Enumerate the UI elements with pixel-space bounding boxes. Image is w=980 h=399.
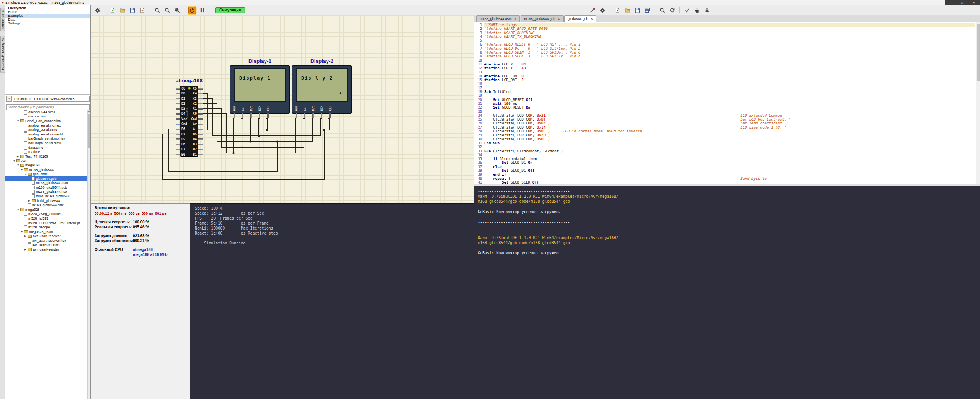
expanded-arrow-icon[interactable]: ▼ — [13, 160, 16, 162]
tree-item[interactable]: ▶avr_usart-receiver — [5, 234, 87, 239]
tree-item[interactable]: m168_glcd8544.hex — [5, 190, 87, 194]
tree-item[interactable]: analog_serial.ino.hex — [5, 123, 87, 128]
zoom-in-icon[interactable] — [154, 7, 161, 14]
chip-pin[interactable] — [198, 124, 203, 125]
lcd-display-1[interactable]: Display-1 Display 1 RSTCSD/CDINCLK — [230, 65, 290, 114]
tree-item[interactable]: barGraph_serial.ino.hex — [5, 137, 87, 141]
chip-pin[interactable] — [198, 113, 203, 115]
tab-components[interactable]: Компоненты — [0, 8, 5, 31]
expanded-arrow-icon[interactable]: ▼ — [17, 208, 20, 211]
chip-pin[interactable] — [198, 144, 203, 145]
chip-pin[interactable] — [176, 138, 180, 140]
open-circuit-icon[interactable] — [119, 7, 126, 14]
tree-item[interactable]: analog_serial.simu-old — [5, 132, 87, 137]
collapsed-arrow-icon[interactable]: ▶ — [28, 199, 32, 202]
chip-pin[interactable] — [198, 88, 203, 90]
save-file-icon[interactable] — [634, 7, 641, 14]
tree-item[interactable]: oscope_ino — [5, 114, 87, 119]
code-editor[interactable]: 1234567891011121314151617181920212223242… — [474, 22, 980, 184]
collapsed-arrow-icon[interactable]: ▶ — [17, 155, 20, 158]
tree-item[interactable]: m328_7Seg_Counter — [5, 212, 87, 217]
tree-item[interactable]: ▶avr_usart-sender — [5, 247, 87, 252]
collapsed-arrow-icon[interactable]: ▶ — [24, 248, 28, 251]
filesystem-item-settings[interactable]: Settings — [5, 21, 90, 25]
new-file-icon[interactable] — [614, 7, 621, 14]
editor-scrollbar[interactable] — [976, 22, 980, 184]
collapsed-arrow-icon[interactable]: ▶ — [24, 235, 28, 238]
tree-scrollbar[interactable]: ▲ — [87, 110, 90, 399]
expanded-arrow-icon[interactable]: ▼ — [17, 119, 20, 122]
display-pin[interactable] — [242, 113, 243, 118]
tree-item[interactable]: glcd8544.gcb — [5, 176, 87, 181]
display-pin[interactable] — [321, 113, 322, 118]
tree-item[interactable]: m328_LED_PWM_Tim2_Interrupt — [5, 221, 87, 225]
display-pin[interactable] — [259, 113, 260, 118]
tree-item[interactable]: m168_glcd8544.gcb — [5, 185, 87, 190]
reload-icon[interactable] — [668, 7, 676, 14]
tree-item[interactable]: ▼Avr — [5, 159, 87, 163]
tree-item[interactable]: ▼gcb_code — [5, 172, 87, 176]
chip-pin[interactable] — [198, 108, 203, 110]
tree-item[interactable]: avr_usart-receiver.hex — [5, 238, 87, 243]
settings-icon[interactable] — [599, 7, 606, 14]
tree-item[interactable]: m328_hc595 — [5, 216, 87, 221]
tree-item[interactable]: data.simu — [5, 145, 87, 150]
chip-pin[interactable] — [176, 113, 180, 115]
chip-pin[interactable] — [198, 149, 203, 150]
chip-pin[interactable] — [176, 134, 180, 135]
tree-item[interactable]: m328_oscope — [5, 225, 87, 230]
editor-scrollbar-thumb[interactable] — [977, 24, 980, 81]
chip-pin[interactable] — [176, 88, 180, 90]
chip-pin[interactable] — [176, 149, 180, 150]
find-icon[interactable] — [658, 7, 666, 14]
tree-item[interactable]: m168_glcd8544.asm — [5, 181, 87, 186]
tab-file-explorer[interactable]: Файловый проводник — [0, 36, 5, 73]
pause-button[interactable] — [198, 7, 206, 14]
display-pin[interactable] — [267, 113, 269, 118]
chip-pin[interactable] — [198, 103, 203, 104]
power-button[interactable] — [188, 7, 196, 14]
display-pin[interactable] — [296, 113, 297, 118]
tree-item[interactable]: analog_serial.simu — [5, 127, 87, 132]
chip-pin[interactable] — [176, 129, 180, 130]
chip-pin[interactable] — [176, 154, 180, 155]
editor-tab-m168_glcd8544.asm[interactable]: m168_glcd8544.asm✕ — [476, 15, 520, 22]
zoom-out-icon[interactable] — [163, 7, 171, 14]
chip-pin[interactable] — [198, 129, 203, 130]
debug-icon[interactable] — [703, 7, 711, 14]
filesystem-item-data[interactable]: Data — [5, 18, 90, 21]
circuit-canvas[interactable]: atmega168 C6D0D1D2D3D4VccGndB6B7D5D6D7B0… — [91, 15, 474, 203]
chip-pin[interactable] — [198, 118, 203, 120]
minimize-button[interactable]: ─ — [949, 1, 952, 5]
chip-pin[interactable] — [198, 154, 203, 155]
chip-pin[interactable] — [176, 144, 180, 145]
scroll-up-icon[interactable]: ▲ — [88, 110, 90, 113]
chip-pin[interactable] — [198, 138, 203, 140]
expanded-arrow-icon[interactable]: ▼ — [21, 230, 24, 233]
tab-close-icon[interactable]: ✕ — [557, 17, 560, 21]
zoom-fit-icon[interactable] — [173, 7, 181, 14]
settings-icon[interactable] — [94, 7, 101, 14]
search-input[interactable] — [6, 104, 90, 110]
filesystem-item-examples[interactable]: Examples — [5, 14, 90, 18]
close-button[interactable]: ✕ — [973, 1, 975, 5]
tree-item[interactable]: build_m168_glcd8544 — [5, 194, 87, 199]
open-file-icon[interactable] — [624, 7, 631, 14]
export-circuit-icon[interactable] — [139, 7, 146, 14]
compile-icon[interactable] — [683, 7, 691, 14]
filesystem-item-home[interactable]: Home — [5, 10, 90, 14]
tree-item[interactable]: avr_usart-RT.sim1 — [5, 243, 87, 248]
chip-pin[interactable] — [176, 108, 180, 110]
tree-item[interactable]: ▶build_glcd8544 — [5, 199, 87, 203]
save-all-icon[interactable] — [644, 7, 651, 14]
chip-pin[interactable] — [198, 134, 203, 135]
lcd-display-2[interactable]: Display-2 Dis l y 2 * RSTCSD/CDINCLK — [292, 65, 352, 114]
up-directory-button[interactable]: ↑ — [6, 96, 12, 102]
display-pin[interactable] — [250, 113, 252, 118]
mcu-atmega168[interactable]: C6D0D1D2D3D4VccGndB6B7D5D6D7B0 C5C4C3C2C… — [180, 86, 198, 157]
tree-item[interactable]: ▼mega168 — [5, 163, 87, 168]
chip-pin[interactable] — [176, 98, 180, 99]
tree-item[interactable]: barGraph_serial.simu — [5, 141, 87, 145]
display-pin[interactable] — [329, 113, 331, 118]
chip-pin[interactable] — [198, 98, 203, 99]
